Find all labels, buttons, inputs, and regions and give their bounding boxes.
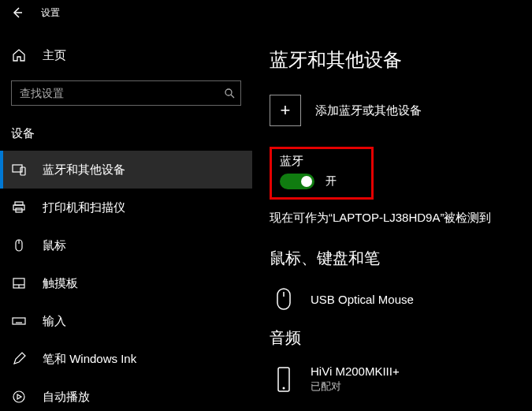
bluetooth-heading: 蓝牙 — [280, 154, 337, 169]
mouse-device-icon — [273, 285, 295, 313]
pen-icon — [11, 351, 27, 367]
device-row[interactable]: HiVi M200MKIII+ 已配对 — [270, 360, 532, 408]
sidebar-nav: 蓝牙和其他设备 打印机和扫描仪 鼠标 触摸板 — [0, 151, 252, 411]
main-panel: 蓝牙和其他设备 + 添加蓝牙或其他设备 蓝牙 开 现在可作为“LAPTOP-LJ… — [252, 25, 532, 411]
svg-point-21 — [283, 387, 285, 389]
svg-rect-3 — [15, 202, 23, 205]
section-heading-mkp: 鼠标、键盘和笔 — [270, 248, 532, 269]
device-name: HiVi M200MKIII+ — [311, 364, 400, 378]
bluetooth-highlight-box: 蓝牙 开 — [270, 147, 374, 200]
sidebar-item-label: 鼠标 — [43, 238, 66, 253]
sidebar-item-label: 输入 — [43, 314, 66, 329]
bluetooth-toggle-label: 开 — [326, 174, 337, 189]
autoplay-icon — [11, 389, 27, 405]
device-status: 已配对 — [311, 379, 400, 394]
svg-rect-18 — [277, 289, 290, 309]
svg-point-0 — [225, 89, 232, 95]
svg-rect-2 — [20, 167, 25, 175]
touchpad-icon — [11, 275, 27, 291]
phone-device-icon — [273, 365, 295, 394]
sidebar: 主页 设备 蓝牙和其他设备 打印机和扫描仪 — [0, 25, 252, 411]
back-button[interactable] — [11, 6, 24, 19]
svg-point-17 — [13, 391, 24, 402]
arrow-left-icon — [11, 6, 24, 19]
svg-rect-11 — [13, 318, 25, 324]
sidebar-item-label: 蓝牙和其他设备 — [43, 163, 125, 177]
sidebar-item-label: 笔和 Windows Ink — [43, 352, 136, 367]
printer-icon — [11, 200, 27, 215]
sidebar-item-mouse[interactable]: 鼠标 — [0, 226, 252, 264]
keyboard-icon — [11, 313, 27, 329]
sidebar-home-label: 主页 — [43, 48, 66, 63]
plus-icon: + — [270, 95, 301, 126]
devices-icon — [11, 162, 27, 177]
search-input[interactable] — [11, 80, 241, 106]
device-row[interactable]: USB Optical Mouse — [270, 280, 532, 327]
sidebar-item-label: 打印机和扫描仪 — [43, 200, 125, 215]
page-title: 蓝牙和其他设备 — [270, 47, 532, 73]
svg-rect-4 — [13, 205, 24, 210]
add-device-label: 添加蓝牙或其他设备 — [315, 103, 422, 118]
search-box[interactable] — [11, 80, 241, 106]
title-bar: 设置 — [0, 0, 532, 25]
sidebar-home[interactable]: 主页 — [0, 39, 252, 71]
discoverable-text: 现在可作为“LAPTOP-LJ38HD9A”被检测到 — [270, 211, 532, 226]
sidebar-item-label: 触摸板 — [43, 276, 78, 291]
bluetooth-toggle[interactable] — [280, 174, 314, 189]
window-title: 设置 — [41, 6, 60, 20]
search-icon — [224, 88, 235, 99]
mouse-icon — [11, 237, 27, 253]
sidebar-item-touchpad[interactable]: 触摸板 — [0, 264, 252, 302]
sidebar-item-typing[interactable]: 输入 — [0, 302, 252, 340]
section-heading-audio: 音频 — [270, 327, 532, 349]
sidebar-item-label: 自动播放 — [43, 390, 90, 405]
home-icon — [11, 47, 27, 63]
sidebar-item-autoplay[interactable]: 自动播放 — [0, 378, 252, 411]
sidebar-item-pen[interactable]: 笔和 Windows Ink — [0, 340, 252, 378]
sidebar-item-printers[interactable]: 打印机和扫描仪 — [0, 189, 252, 226]
add-device-button[interactable]: + 添加蓝牙或其他设备 — [270, 95, 532, 126]
toggle-knob — [301, 176, 312, 187]
sidebar-section-label: 设备 — [0, 120, 252, 151]
device-name: USB Optical Mouse — [311, 293, 414, 306]
sidebar-item-bluetooth[interactable]: 蓝牙和其他设备 — [0, 151, 252, 189]
